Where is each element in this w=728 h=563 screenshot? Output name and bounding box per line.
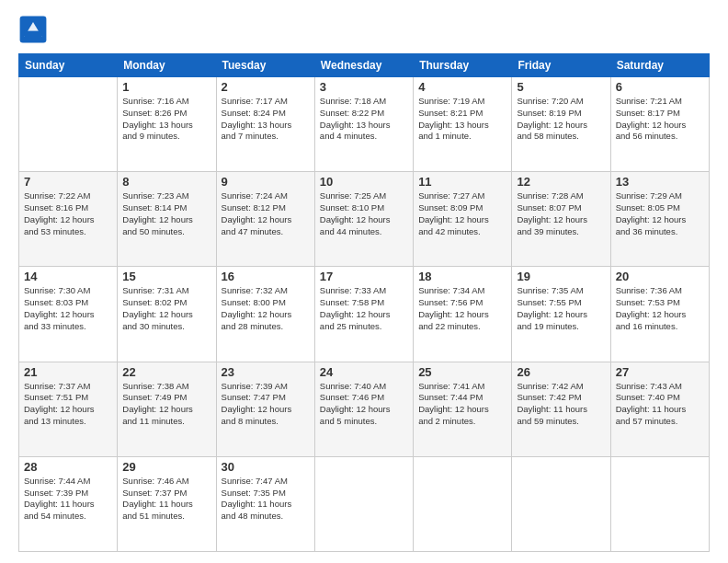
calendar-cell: 11Sunrise: 7:27 AMSunset: 8:09 PMDayligh… xyxy=(414,172,512,267)
day-number: 20 xyxy=(616,270,704,283)
day-info: Sunrise: 7:42 AMSunset: 7:42 PMDaylight:… xyxy=(517,381,605,428)
day-info: Sunrise: 7:32 AMSunset: 8:00 PMDaylight:… xyxy=(222,285,310,332)
day-number: 16 xyxy=(222,270,310,283)
logo xyxy=(18,15,51,44)
calendar-day-header: Thursday xyxy=(414,54,512,77)
calendar-cell: 21Sunrise: 7:37 AMSunset: 7:51 PMDayligh… xyxy=(19,362,118,456)
day-number: 27 xyxy=(616,365,704,379)
calendar-day-header: Wednesday xyxy=(314,54,413,77)
calendar-cell: 3Sunrise: 7:18 AMSunset: 8:22 PMDaylight… xyxy=(314,77,413,172)
calendar-cell: 5Sunrise: 7:20 AMSunset: 8:19 PMDaylight… xyxy=(512,77,610,172)
day-info: Sunrise: 7:35 AMSunset: 7:55 PMDaylight:… xyxy=(517,285,605,332)
calendar-cell: 6Sunrise: 7:21 AMSunset: 8:17 PMDaylight… xyxy=(610,77,709,172)
day-number: 11 xyxy=(418,175,506,189)
day-info: Sunrise: 7:38 AMSunset: 7:49 PMDaylight:… xyxy=(122,381,210,428)
day-info: Sunrise: 7:18 AMSunset: 8:22 PMDaylight:… xyxy=(320,96,408,143)
calendar-cell: 19Sunrise: 7:35 AMSunset: 7:55 PMDayligh… xyxy=(512,267,610,362)
calendar-cell xyxy=(414,456,512,551)
day-number: 22 xyxy=(122,365,210,379)
day-info: Sunrise: 7:21 AMSunset: 8:17 PMDaylight:… xyxy=(616,96,704,143)
day-number: 9 xyxy=(222,175,310,189)
day-number: 29 xyxy=(122,460,210,474)
calendar-cell: 17Sunrise: 7:33 AMSunset: 7:58 PMDayligh… xyxy=(314,267,413,362)
day-info: Sunrise: 7:20 AMSunset: 8:19 PMDaylight:… xyxy=(517,96,605,143)
calendar-cell: 22Sunrise: 7:38 AMSunset: 7:49 PMDayligh… xyxy=(118,362,216,456)
day-number: 3 xyxy=(320,80,408,94)
calendar-cell: 15Sunrise: 7:31 AMSunset: 8:02 PMDayligh… xyxy=(118,267,216,362)
day-number: 8 xyxy=(122,175,210,189)
calendar-cell: 24Sunrise: 7:40 AMSunset: 7:46 PMDayligh… xyxy=(314,362,413,456)
day-info: Sunrise: 7:27 AMSunset: 8:09 PMDaylight:… xyxy=(418,190,506,237)
calendar-cell xyxy=(512,456,610,551)
day-info: Sunrise: 7:16 AMSunset: 8:26 PMDaylight:… xyxy=(122,96,210,143)
day-info: Sunrise: 7:43 AMSunset: 7:40 PMDaylight:… xyxy=(616,381,704,428)
day-number: 30 xyxy=(222,460,310,474)
calendar-day-header: Sunday xyxy=(19,54,118,77)
day-info: Sunrise: 7:44 AMSunset: 7:39 PMDaylight:… xyxy=(24,476,112,523)
day-info: Sunrise: 7:46 AMSunset: 7:37 PMDaylight:… xyxy=(122,476,210,523)
day-number: 24 xyxy=(320,365,408,379)
day-number: 14 xyxy=(24,270,112,283)
day-info: Sunrise: 7:29 AMSunset: 8:05 PMDaylight:… xyxy=(616,190,704,237)
calendar-cell: 1Sunrise: 7:16 AMSunset: 8:26 PMDaylight… xyxy=(118,77,216,172)
calendar-cell: 7Sunrise: 7:22 AMSunset: 8:16 PMDaylight… xyxy=(19,172,118,267)
calendar-day-header: Saturday xyxy=(610,54,709,77)
calendar-day-header: Tuesday xyxy=(216,54,314,77)
day-number: 5 xyxy=(517,80,605,94)
day-info: Sunrise: 7:39 AMSunset: 7:47 PMDaylight:… xyxy=(222,381,310,428)
day-number: 6 xyxy=(616,80,704,94)
day-info: Sunrise: 7:24 AMSunset: 8:12 PMDaylight:… xyxy=(222,190,310,237)
day-number: 12 xyxy=(517,175,605,189)
calendar-cell xyxy=(19,77,118,172)
day-number: 15 xyxy=(122,270,210,283)
calendar-table: SundayMondayTuesdayWednesdayThursdayFrid… xyxy=(18,53,710,552)
day-number: 17 xyxy=(320,270,408,283)
calendar-cell: 18Sunrise: 7:34 AMSunset: 7:56 PMDayligh… xyxy=(414,267,512,362)
day-info: Sunrise: 7:23 AMSunset: 8:14 PMDaylight:… xyxy=(122,190,210,237)
calendar-cell: 4Sunrise: 7:19 AMSunset: 8:21 PMDaylight… xyxy=(414,77,512,172)
day-number: 1 xyxy=(122,80,210,94)
calendar-cell xyxy=(610,456,709,551)
day-info: Sunrise: 7:28 AMSunset: 8:07 PMDaylight:… xyxy=(517,190,605,237)
day-info: Sunrise: 7:34 AMSunset: 7:56 PMDaylight:… xyxy=(418,285,506,332)
calendar-cell: 30Sunrise: 7:47 AMSunset: 7:35 PMDayligh… xyxy=(216,456,314,551)
calendar-cell: 9Sunrise: 7:24 AMSunset: 8:12 PMDaylight… xyxy=(216,172,314,267)
calendar-cell: 20Sunrise: 7:36 AMSunset: 7:53 PMDayligh… xyxy=(610,267,709,362)
day-number: 4 xyxy=(418,80,506,94)
calendar-cell: 2Sunrise: 7:17 AMSunset: 8:24 PMDaylight… xyxy=(216,77,314,172)
calendar-day-header: Friday xyxy=(512,54,610,77)
day-info: Sunrise: 7:41 AMSunset: 7:44 PMDaylight:… xyxy=(418,381,506,428)
calendar-cell: 25Sunrise: 7:41 AMSunset: 7:44 PMDayligh… xyxy=(414,362,512,456)
day-number: 25 xyxy=(418,365,506,379)
day-info: Sunrise: 7:47 AMSunset: 7:35 PMDaylight:… xyxy=(222,476,310,523)
calendar-cell: 23Sunrise: 7:39 AMSunset: 7:47 PMDayligh… xyxy=(216,362,314,456)
calendar-cell: 26Sunrise: 7:42 AMSunset: 7:42 PMDayligh… xyxy=(512,362,610,456)
page-header xyxy=(18,15,710,44)
calendar-day-header: Monday xyxy=(118,54,216,77)
day-info: Sunrise: 7:22 AMSunset: 8:16 PMDaylight:… xyxy=(24,190,112,237)
day-info: Sunrise: 7:31 AMSunset: 8:02 PMDaylight:… xyxy=(122,285,210,332)
day-number: 21 xyxy=(24,365,112,379)
calendar-cell xyxy=(314,456,413,551)
day-number: 28 xyxy=(24,460,112,474)
calendar-cell: 13Sunrise: 7:29 AMSunset: 8:05 PMDayligh… xyxy=(610,172,709,267)
day-number: 10 xyxy=(320,175,408,189)
day-number: 13 xyxy=(616,175,704,189)
day-number: 23 xyxy=(222,365,310,379)
day-number: 7 xyxy=(24,175,112,189)
day-info: Sunrise: 7:25 AMSunset: 8:10 PMDaylight:… xyxy=(320,190,408,237)
day-info: Sunrise: 7:17 AMSunset: 8:24 PMDaylight:… xyxy=(222,96,310,143)
day-number: 26 xyxy=(517,365,605,379)
day-info: Sunrise: 7:37 AMSunset: 7:51 PMDaylight:… xyxy=(24,381,112,428)
day-info: Sunrise: 7:33 AMSunset: 7:58 PMDaylight:… xyxy=(320,285,408,332)
calendar-cell: 28Sunrise: 7:44 AMSunset: 7:39 PMDayligh… xyxy=(19,456,118,551)
day-number: 18 xyxy=(418,270,506,283)
day-info: Sunrise: 7:30 AMSunset: 8:03 PMDaylight:… xyxy=(24,285,112,332)
day-info: Sunrise: 7:40 AMSunset: 7:46 PMDaylight:… xyxy=(320,381,408,428)
day-info: Sunrise: 7:19 AMSunset: 8:21 PMDaylight:… xyxy=(418,96,506,143)
svg-rect-2 xyxy=(24,31,41,37)
calendar-cell: 10Sunrise: 7:25 AMSunset: 8:10 PMDayligh… xyxy=(314,172,413,267)
calendar-cell: 14Sunrise: 7:30 AMSunset: 8:03 PMDayligh… xyxy=(19,267,118,362)
day-number: 2 xyxy=(222,80,310,94)
day-info: Sunrise: 7:36 AMSunset: 7:53 PMDaylight:… xyxy=(616,285,704,332)
